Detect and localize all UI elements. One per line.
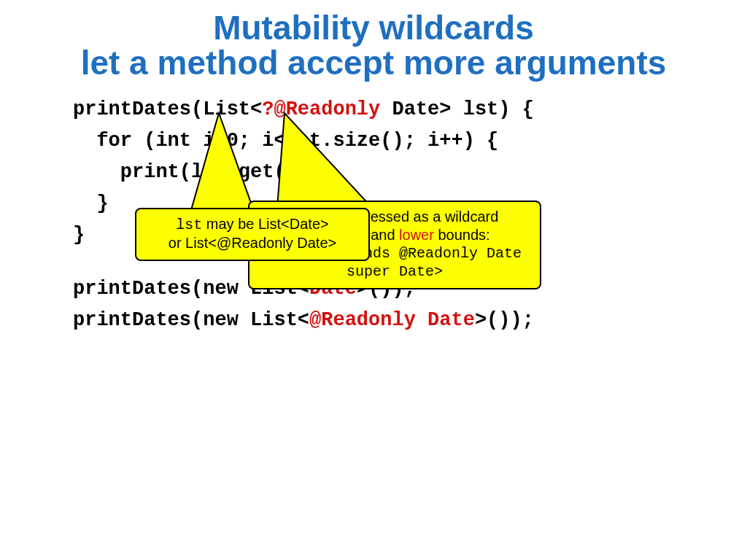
code-l4: } xyxy=(73,192,109,214)
title-line-1: Mutability wildcards xyxy=(213,9,534,47)
code-l7c: >()); xyxy=(475,309,534,331)
code-l7a: printDates(new List< xyxy=(73,309,309,331)
title-line-2: let a method accept more arguments xyxy=(81,44,667,82)
slide-title: Mutability wildcards let a method accept… xyxy=(0,0,747,81)
callout2-line4: super Date> xyxy=(260,262,530,281)
svg-marker-0 xyxy=(190,113,255,215)
code-l7b: @Readonly Date xyxy=(309,309,475,331)
callout-2-pointer xyxy=(270,113,387,215)
svg-marker-1 xyxy=(277,113,372,208)
callout1-line1: lst may be List<Date> xyxy=(147,215,358,234)
callout1-line2: or List<@Readonly Date> xyxy=(147,234,358,252)
code-l1c: Date> lst) { xyxy=(380,98,534,120)
code-l5: } xyxy=(73,224,85,246)
callout-lst-types: lst may be List<Date> or List<@Readonly … xyxy=(135,208,370,261)
